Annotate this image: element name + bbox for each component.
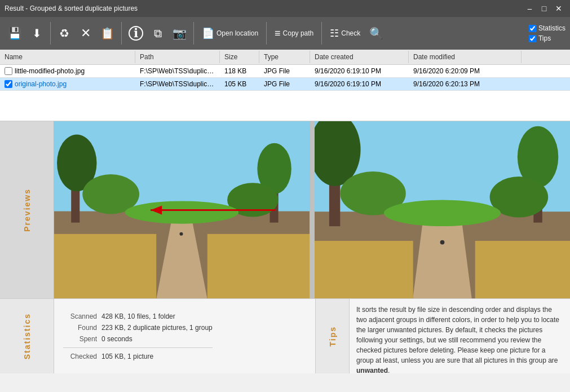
copy-path-icon: ≡ xyxy=(275,28,281,39)
stats-table: Scanned 428 KB, 10 files, 1 folder Found… xyxy=(54,306,222,367)
duplicate-icon: ⧉ xyxy=(154,28,162,39)
separator-2 xyxy=(121,22,122,45)
tips-label: Tips xyxy=(538,34,551,42)
stats-row-checked: Checked 105 KB, 1 picture xyxy=(63,353,213,360)
camera-icon: 📷 xyxy=(173,28,187,39)
copy-file-icon: 📋 xyxy=(100,28,114,39)
window-title: Result - Grouped & sorted duplicate pict… xyxy=(5,5,138,12)
delete-button[interactable]: ✕ xyxy=(76,19,96,47)
copy-file-button[interactable]: 📋 xyxy=(97,19,118,47)
delete-icon: ✕ xyxy=(81,27,91,39)
col-size[interactable]: Size xyxy=(220,51,259,63)
svg-point-11 xyxy=(125,201,238,223)
info-button[interactable]: ℹ xyxy=(125,19,147,47)
col-date-created[interactable]: Date created xyxy=(310,51,409,63)
tips-section: Tips It sorts the result by file size in… xyxy=(316,299,570,373)
stats-val-found: 223 KB, 2 duplicate pictures, 1 group xyxy=(101,324,213,332)
file-path-1: F:\SP\Web\TSS\duplica... xyxy=(135,65,220,77)
separator-3 xyxy=(193,22,194,45)
toolbar-right-checkboxes: Statistics Tips xyxy=(529,24,565,42)
col-path[interactable]: Path xyxy=(135,51,220,63)
file-date-modified-1: 9/16/2020 6:20:09 PM xyxy=(409,65,522,77)
preview-images xyxy=(54,121,570,298)
recycle-icon: ♻ xyxy=(59,28,69,39)
copy-path-button[interactable]: ≡ Copy path xyxy=(270,19,318,47)
preview-slot-1 xyxy=(54,121,310,298)
file-name-1: little-modified-photo.jpg xyxy=(15,67,85,75)
file-name-2: original-photo.jpg xyxy=(15,80,67,88)
svg-rect-9 xyxy=(54,234,156,298)
close-button[interactable]: ✕ xyxy=(552,2,565,15)
stats-key-scanned: Scanned xyxy=(63,312,97,320)
file-date-created-2: 9/16/2020 6:19:10 PM xyxy=(310,78,409,90)
file-list: little-modified-photo.jpg F:\SP\Web\TSS\… xyxy=(0,65,570,121)
stats-row-found: Found 223 KB, 2 duplicate pictures, 1 gr… xyxy=(63,324,213,332)
preview-area: Previews xyxy=(0,121,570,299)
table-row[interactable]: little-modified-photo.jpg F:\SP\Web\TSS\… xyxy=(0,65,570,78)
check-list-icon: ☷ xyxy=(330,27,339,39)
preview-image-1 xyxy=(54,121,310,298)
tips-text: It sorts the result by file size in desc… xyxy=(350,299,570,373)
file-date-created-1: 9/16/2020 6:19:10 PM xyxy=(310,65,409,77)
file-path-2: F:\SP\Web\TSS\duplica... xyxy=(135,78,220,90)
col-name[interactable]: Name xyxy=(0,51,135,63)
stats-key-checked: Checked xyxy=(63,353,97,360)
statistics-section-label: Statistics xyxy=(0,299,54,373)
file-name-cell: little-modified-photo.jpg xyxy=(0,65,135,77)
info-icon: ℹ xyxy=(129,26,143,41)
file-name-cell: original-photo.jpg xyxy=(0,78,135,90)
separator-5 xyxy=(321,22,322,45)
table-row[interactable]: original-photo.jpg F:\SP\Web\TSS\duplica… xyxy=(0,78,570,91)
file-date-modified-2: 9/16/2020 6:20:13 PM xyxy=(409,78,522,90)
preview-label: Previews xyxy=(0,121,54,298)
file-list-header: Name Path Size Type Date created Date mo… xyxy=(0,50,570,65)
minimize-button[interactable]: ‒ xyxy=(523,2,536,15)
stats-divider xyxy=(63,347,213,348)
svg-rect-10 xyxy=(207,234,310,298)
svg-rect-24 xyxy=(315,241,413,298)
download-button[interactable]: ⬇ xyxy=(26,19,47,47)
search-button[interactable]: 🔍 xyxy=(366,19,387,47)
check-label: Check xyxy=(341,29,360,37)
camera-button[interactable]: 📷 xyxy=(169,19,190,47)
svg-point-12 xyxy=(179,232,183,236)
save-icon: 💾 xyxy=(8,28,22,39)
file-type-1: JPG File xyxy=(259,65,310,77)
svg-point-26 xyxy=(384,200,501,227)
preview-image-2 xyxy=(315,121,570,298)
statistics-checkbox-label[interactable]: Statistics xyxy=(529,24,565,32)
titlebar: Result - Grouped & sorted duplicate pict… xyxy=(0,0,570,17)
svg-rect-25 xyxy=(475,241,570,298)
col-date-modified[interactable]: Date modified xyxy=(409,51,522,63)
open-location-label: Open location xyxy=(216,29,258,37)
open-location-icon: 📄 xyxy=(202,27,214,39)
search-icon: 🔍 xyxy=(369,28,383,39)
open-location-button[interactable]: 📄 Open location xyxy=(197,19,263,47)
file-checkbox-2[interactable] xyxy=(5,80,12,88)
statistics-label: Statistics xyxy=(538,24,565,32)
titlebar-controls: ‒ □ ✕ xyxy=(523,2,565,15)
separator-4 xyxy=(266,22,267,45)
save-button[interactable]: 💾 xyxy=(5,19,25,47)
stats-row-spent: Spent 0 seconds xyxy=(63,335,213,343)
stats-val-checked: 105 KB, 1 picture xyxy=(101,353,153,360)
preview-slot-2 xyxy=(315,121,570,298)
tips-section-label: Tips xyxy=(316,299,350,373)
file-checkbox-1[interactable] xyxy=(5,67,12,75)
svg-point-27 xyxy=(440,240,445,245)
tips-checkbox-label[interactable]: Tips xyxy=(529,34,565,42)
recycle-button[interactable]: ♻ xyxy=(54,19,74,47)
stats-key-found: Found xyxy=(63,324,97,332)
stats-val-scanned: 428 KB, 10 files, 1 folder xyxy=(101,312,175,320)
statistics-checkbox[interactable] xyxy=(529,25,536,32)
check-button[interactable]: ☷ Check xyxy=(325,19,365,47)
download-icon: ⬇ xyxy=(32,28,42,39)
file-size-2: 105 KB xyxy=(220,78,259,90)
stats-key-spent: Spent xyxy=(63,335,97,343)
duplicate-button[interactable]: ⧉ xyxy=(148,19,168,47)
maximize-button[interactable]: □ xyxy=(537,2,551,15)
col-type[interactable]: Type xyxy=(259,51,310,63)
separator-1 xyxy=(50,22,51,45)
tips-checkbox[interactable] xyxy=(529,35,536,42)
stats-val-spent: 0 seconds xyxy=(101,335,132,343)
